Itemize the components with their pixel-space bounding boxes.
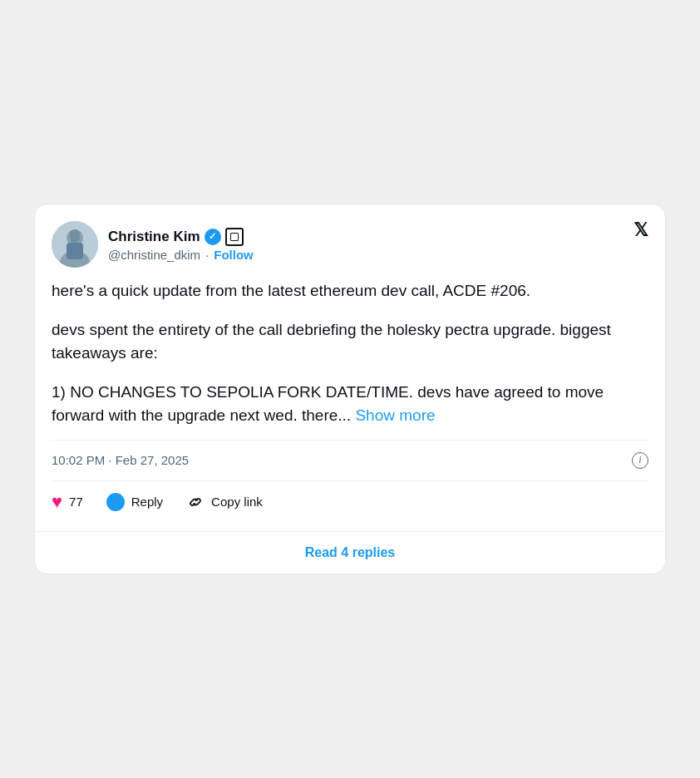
user-handle: @christine_dkim [108, 248, 200, 262]
tweet-actions: ♥ 77 Reply Copy link [52, 480, 648, 523]
reply-label: Reply [131, 495, 163, 509]
tweet-body: here's a quick update from the latest et… [52, 279, 648, 428]
follow-button[interactable]: Follow [214, 248, 254, 262]
info-icon[interactable]: i [632, 452, 648, 469]
reply-action[interactable]: Reply [106, 493, 163, 511]
show-more-link[interactable]: Show more [355, 406, 435, 424]
dot-separator: · [205, 248, 209, 262]
heart-icon: ♥ [52, 491, 62, 513]
svg-rect-4 [67, 243, 83, 259]
tweet-card: Christine Kim ✓ @christine_dkim · Follow [34, 204, 666, 574]
tweet-paragraph-1: here's a quick update from the latest et… [52, 279, 648, 303]
user-name: Christine Kim [108, 229, 200, 245]
copy-link-icon [186, 493, 205, 511]
tweet-timestamp: 10:02 PM · Feb 27, 2025 [52, 453, 189, 467]
user-name-row: Christine Kim ✓ [108, 228, 254, 246]
likes-count: 77 [69, 495, 83, 509]
tweet-paragraph-2: devs spent the entirety of the call debr… [52, 318, 648, 366]
x-logo-icon[interactable]: 𝕏 [633, 221, 648, 239]
like-action[interactable]: ♥ 77 [52, 491, 83, 513]
avatar[interactable] [52, 221, 98, 268]
tweet-header: Christine Kim ✓ @christine_dkim · Follow [52, 221, 648, 268]
user-info: Christine Kim ✓ @christine_dkim · Follow [108, 228, 254, 262]
header-left: Christine Kim ✓ @christine_dkim · Follow [52, 221, 254, 268]
reply-icon [106, 493, 125, 511]
svg-rect-3 [70, 229, 80, 243]
verified-badge: ✓ [205, 229, 221, 245]
read-replies-button[interactable]: Read 4 replies [35, 531, 665, 574]
verified-icon: ✓ [205, 229, 221, 245]
tweet-timestamp-row: 10:02 PM · Feb 27, 2025 i [52, 440, 648, 480]
tweet-paragraph-3: 1) NO CHANGES TO SEPOLIA FORK DATE/TIME.… [52, 381, 648, 428]
box-icon [225, 228, 244, 246]
copy-link-action[interactable]: Copy link [186, 493, 263, 511]
copy-link-label: Copy link [211, 495, 263, 509]
user-handle-row: @christine_dkim · Follow [108, 248, 254, 262]
